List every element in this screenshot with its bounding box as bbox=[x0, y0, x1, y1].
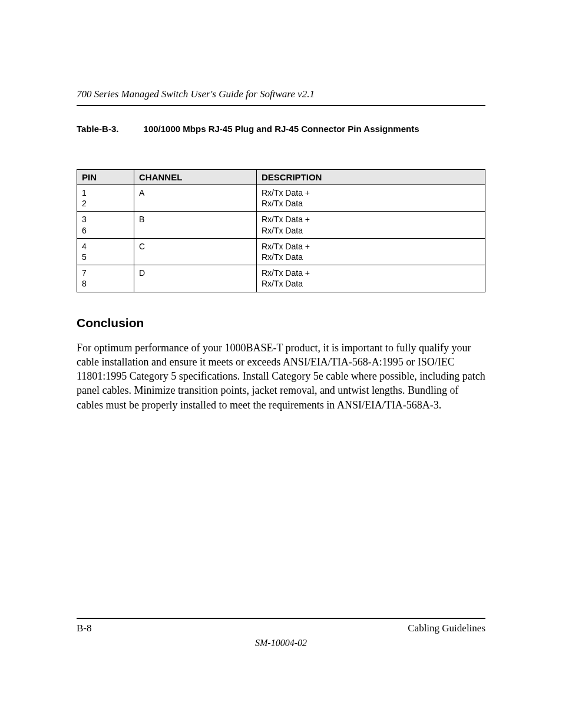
table-title: 100/1000 Mbps RJ-45 Plug and RJ-45 Conne… bbox=[144, 124, 419, 134]
section-heading: Conclusion bbox=[77, 316, 485, 330]
desc-value: Rx/Tx Data + bbox=[262, 268, 480, 278]
desc-value: Rx/Tx Data bbox=[262, 225, 480, 236]
desc-value: Rx/Tx Data + bbox=[262, 241, 480, 252]
pin-value: 2 bbox=[82, 198, 129, 209]
page-footer: B-8 Cabling Guidelines SM-10004-02 bbox=[77, 618, 485, 648]
pin-value: 7 bbox=[82, 268, 129, 278]
running-header: 700 Series Managed Switch User's Guide f… bbox=[77, 88, 485, 106]
channel-value: B bbox=[134, 212, 257, 238]
table-number: Table-B-3. bbox=[77, 124, 118, 134]
table-row: 78 D Rx/Tx Data +Rx/Tx Data bbox=[77, 265, 485, 292]
desc-value: Rx/Tx Data bbox=[262, 198, 480, 209]
pin-value: 1 bbox=[82, 187, 129, 198]
desc-value: Rx/Tx Data bbox=[262, 252, 480, 262]
th-pin: PIN bbox=[77, 170, 134, 185]
channel-value: C bbox=[134, 238, 257, 265]
table-row: 36 B Rx/Tx Data +Rx/Tx Data bbox=[77, 212, 485, 238]
body-paragraph: For optimum performance of your 1000BASE… bbox=[77, 341, 485, 412]
pin-value: 8 bbox=[82, 278, 129, 289]
footer-section-title: Cabling Guidelines bbox=[408, 622, 485, 634]
pin-value: 4 bbox=[82, 241, 129, 252]
table-caption: Table-B-3. 100/1000 Mbps RJ-45 Plug and … bbox=[77, 124, 485, 134]
desc-value: Rx/Tx Data + bbox=[262, 214, 480, 225]
pin-value: 6 bbox=[82, 225, 129, 236]
pin-value: 3 bbox=[82, 214, 129, 225]
channel-value: A bbox=[134, 185, 257, 212]
table-row: 12 A Rx/Tx Data +Rx/Tx Data bbox=[77, 185, 485, 212]
page-number: B-8 bbox=[77, 622, 92, 634]
pin-value: 5 bbox=[82, 252, 129, 262]
th-channel: CHANNEL bbox=[134, 170, 257, 185]
desc-value: Rx/Tx Data bbox=[262, 278, 480, 289]
channel-value: D bbox=[134, 265, 257, 292]
th-description: DESCRIPTION bbox=[256, 170, 485, 185]
doc-id: SM-10004-02 bbox=[77, 638, 485, 648]
table-row: 45 C Rx/Tx Data +Rx/Tx Data bbox=[77, 238, 485, 265]
pin-assignment-table: PIN CHANNEL DESCRIPTION 12 A Rx/Tx Data … bbox=[77, 169, 485, 292]
desc-value: Rx/Tx Data + bbox=[262, 187, 480, 198]
